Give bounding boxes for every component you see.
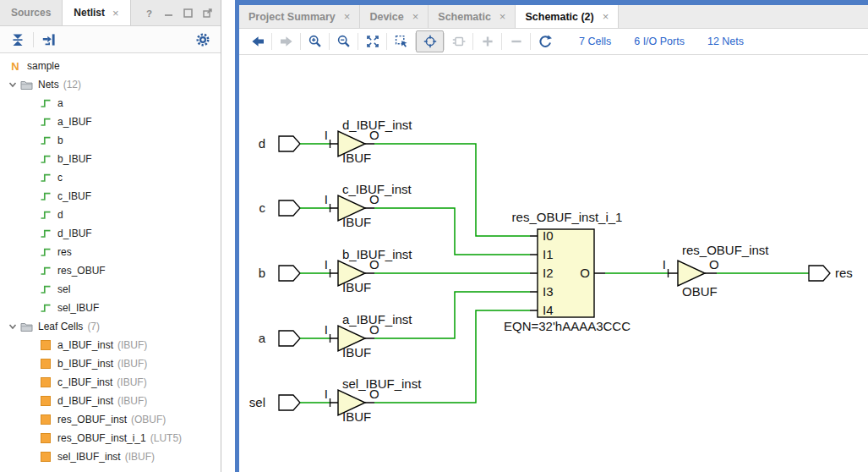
input-port-shape[interactable] xyxy=(279,266,300,281)
settings-icon[interactable] xyxy=(193,30,213,50)
folder-icon xyxy=(19,80,33,91)
tree-item-label: b xyxy=(57,134,63,146)
svg-text:?: ? xyxy=(145,8,151,18)
close-icon[interactable]: × xyxy=(500,11,506,22)
instance-name-label: sel_IBUF_inst xyxy=(342,376,422,391)
pin-label-i3: I3 xyxy=(543,284,554,299)
net-icon xyxy=(39,246,52,258)
help-icon[interactable]: ? xyxy=(143,7,155,19)
input-port-shape[interactable] xyxy=(279,136,300,151)
cell-type-label: IBUF xyxy=(342,345,371,359)
tree-item-label: res_OBUF_inst_i_1 xyxy=(57,432,146,444)
tree-root-sample[interactable]: Nsample xyxy=(0,57,221,75)
tree-item-d[interactable]: d xyxy=(0,206,221,224)
tree-item-label: b_IBUF_inst xyxy=(57,358,113,370)
tree-item-a[interactable]: a xyxy=(0,94,221,113)
tree-group-leaf-cells[interactable]: Leaf Cells(7) xyxy=(0,317,221,336)
buffer-shape[interactable] xyxy=(678,261,705,286)
tree-item-label: res_OBUF_inst xyxy=(57,414,127,425)
tree-item-d-ibuf[interactable]: d_IBUF xyxy=(0,224,221,243)
tree-item-sel[interactable]: sel xyxy=(0,280,221,299)
input-port-label: sel xyxy=(249,395,265,409)
input-port-shape[interactable] xyxy=(279,395,300,410)
close-icon[interactable]: × xyxy=(344,11,351,22)
tree-item-sel-ibuf-inst[interactable]: sel_IBUF_inst(IBUF) xyxy=(0,447,221,466)
back-button[interactable] xyxy=(243,30,271,52)
refresh-button[interactable] xyxy=(531,30,559,52)
float-icon[interactable] xyxy=(201,7,213,19)
cell-type-label: OBUF xyxy=(682,284,718,299)
tree-item-res[interactable]: res xyxy=(0,243,221,261)
collapse-all-icon[interactable] xyxy=(8,30,28,50)
maximize-icon[interactable] xyxy=(182,7,194,19)
scroll-to-selected-icon[interactable] xyxy=(39,30,59,50)
tree-item-b[interactable]: b xyxy=(0,131,221,150)
tree-item-label: res_OBUF xyxy=(57,265,106,277)
tree-item-b-ibuf-inst[interactable]: b_IBUF_inst(IBUF) xyxy=(0,354,221,373)
close-icon[interactable]: × xyxy=(412,11,419,22)
netlist-icon: N xyxy=(8,60,22,73)
pin-label-o: O xyxy=(709,257,719,272)
tree-item-sel-ibuf[interactable]: sel_IBUF xyxy=(0,299,221,317)
pin-label-i: I xyxy=(325,322,328,337)
zoom-out-button[interactable] xyxy=(330,30,358,52)
tree-item-label: c xyxy=(57,172,63,184)
tree-group-nets[interactable]: Nets(12) xyxy=(0,75,221,94)
minimize-icon[interactable] xyxy=(162,7,174,19)
net-icon xyxy=(39,265,52,277)
tree-item-b-ibuf[interactable]: b_IBUF xyxy=(0,150,221,168)
tree-item-a-ibuf[interactable]: a_IBUF xyxy=(0,113,221,131)
tree-item-label: a_IBUF xyxy=(57,116,92,128)
zoom-selection-button[interactable] xyxy=(387,30,415,52)
tab-netlist[interactable]: Netlist× xyxy=(62,0,130,25)
vivado-window: SourcesNetlist× ? NsampleNets(12)aa_IBUF… xyxy=(0,0,868,472)
output-port-shape[interactable] xyxy=(809,266,830,281)
tab-schematic-2[interactable]: Schematic (2)× xyxy=(516,5,619,28)
folder-icon xyxy=(19,321,33,332)
input-port-shape[interactable] xyxy=(279,331,300,346)
net-icon xyxy=(39,283,52,295)
instance-name-label: d_IBUF_inst xyxy=(342,118,412,132)
schematic-toolbar: 7 Cells6 I/O Ports12 Nets xyxy=(239,29,868,55)
input-port-shape[interactable] xyxy=(279,200,300,216)
tab-project-summary[interactable]: Project Summary× xyxy=(239,5,360,28)
tree-item-res-obuf-inst[interactable]: res_OBUF_inst(OBUF) xyxy=(0,410,221,429)
remove-from-schematic-button[interactable] xyxy=(502,30,530,52)
autofit-selection-button[interactable] xyxy=(416,30,444,52)
tree-item-c[interactable]: c xyxy=(0,168,221,187)
tab-sources[interactable]: Sources xyxy=(0,0,62,25)
tree-item-res-obuf[interactable]: res_OBUF xyxy=(0,261,221,280)
lut-equation-label: EQN=32'hAAAA3CCC xyxy=(504,319,631,333)
tab-schematic[interactable]: Schematic× xyxy=(429,5,516,28)
tree-item-d-ibuf-inst[interactable]: d_IBUF_inst(IBUF) xyxy=(0,392,221,410)
tree-item-res-obuf-inst-i-1[interactable]: res_OBUF_inst_i_1(LUT5) xyxy=(0,429,221,447)
tree-item-a-ibuf-inst[interactable]: a_IBUF_inst(IBUF) xyxy=(0,336,221,354)
add-to-schematic-button[interactable] xyxy=(473,30,501,52)
cell-icon xyxy=(39,452,52,462)
schematic-stats: 7 Cells6 I/O Ports12 Nets xyxy=(579,36,744,47)
tree-item-label: a xyxy=(57,97,63,109)
cell-icon xyxy=(39,340,52,350)
chevron-down-icon[interactable] xyxy=(5,321,19,332)
zoom-fit-button[interactable] xyxy=(358,30,386,52)
net-icon xyxy=(39,190,52,202)
forward-button[interactable] xyxy=(272,30,300,52)
close-icon[interactable]: × xyxy=(112,8,119,19)
tree-item-c-ibuf[interactable]: c_IBUF xyxy=(0,187,221,206)
tree-item-c-ibuf-inst[interactable]: c_IBUF_inst(IBUF) xyxy=(0,373,221,392)
net-icon xyxy=(39,302,52,314)
tree-item-label: sample xyxy=(27,60,60,72)
tab-device[interactable]: Device× xyxy=(360,5,429,28)
net-icon xyxy=(39,116,52,128)
net-icon xyxy=(39,97,52,109)
schematic-canvas[interactable]: dIOd_IBUF_instIBUFcIOc_IBUF_instIBUFbIOb… xyxy=(239,55,868,472)
chevron-down-icon[interactable] xyxy=(5,79,19,91)
tree-item-type: (IBUF) xyxy=(117,395,147,407)
expand-cone-button[interactable] xyxy=(445,30,472,52)
cell-icon xyxy=(39,377,52,387)
close-icon[interactable]: × xyxy=(603,11,609,22)
tab-label: Netlist xyxy=(74,7,105,19)
zoom-in-button[interactable] xyxy=(301,30,329,52)
pin-label-i: I xyxy=(325,192,328,206)
stat-nets: 12 Nets xyxy=(707,36,744,47)
